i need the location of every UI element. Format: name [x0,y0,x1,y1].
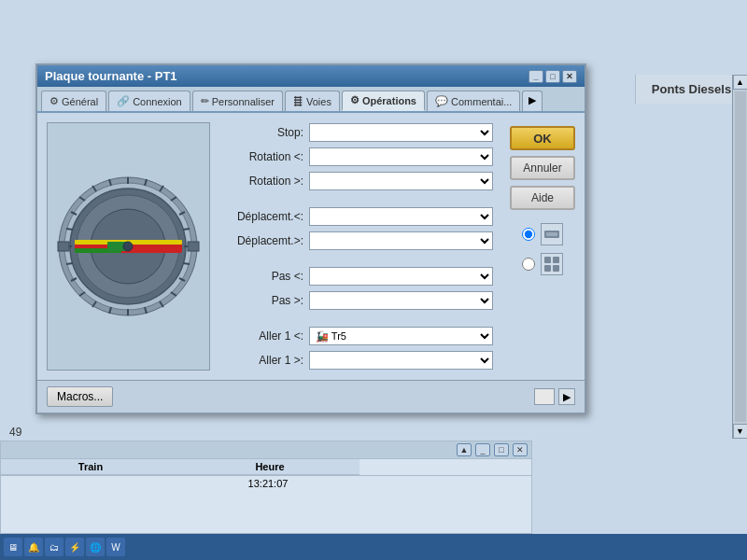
deplacement-left-row: Déplacemt.<: [219,206,493,227]
dialog-content: Stop: Rotation <: Rotation >: [37,113,585,380]
tab-operations[interactable]: ⚙ Opérations [342,91,425,111]
bottom-panel-min-btn[interactable]: _ [475,443,490,456]
radio-input-2[interactable] [522,258,535,271]
spacer-1 [219,195,493,203]
radio-row-1 [522,223,563,245]
aller1-right-row: Aller 1 >: [219,350,493,371]
help-button[interactable]: Aide [510,186,575,210]
svg-point-9 [123,242,133,251]
deplacement-right-label: Déplacemt.>: [219,234,303,247]
aller1-left-row: Aller 1 <: 🚂 Tr5 [219,326,493,346]
col-train: Train [1,459,180,475]
page-next-arrow[interactable]: ▶ [558,388,575,405]
pas-left-select[interactable] [309,267,493,286]
time-empty [1,476,179,491]
bottom-panel-header: ▲ _ □ ✕ [1,441,531,459]
spacer-3 [219,315,493,322]
tab-personnaliser[interactable]: ✏ Personnaliser [192,91,283,111]
rotation-right-row: Rotation >: [219,171,493,191]
pas-right-label: Pas >: [219,294,303,307]
dialog-bottom: Macros... ▶ [37,380,585,413]
tab-voies[interactable]: 🛤 Voies [285,91,340,111]
svg-line-15 [183,229,190,230]
deplacement-left-select[interactable] [309,207,493,226]
tab-more-btn[interactable]: ▶ [522,91,543,111]
status-icon-3: 🗂 [45,538,63,556]
pas-right-select[interactable] [309,291,493,310]
aller1-left-select[interactable]: 🚂 Tr5 [309,327,493,345]
radio-input-1[interactable] [522,228,535,241]
svg-rect-41 [553,265,559,272]
diagram-area [47,122,210,371]
col-heure: Heure [180,459,359,475]
pas-left-row: Pas <: [219,266,493,287]
status-icon-2: 🔔 [24,538,43,556]
status-icon-4: ⚡ [65,538,84,556]
radio-area [510,223,575,275]
svg-rect-37 [546,232,557,236]
radio-icon-2 [541,253,563,275]
status-icon-1: 🖥 [4,538,22,556]
tab-connexion[interactable]: 🔗 Connexion [108,91,190,111]
rotation-left-select[interactable] [309,147,493,166]
time-value: 13:21:07 [179,476,358,491]
right-panel-title: Ponts Diesels [640,78,743,100]
scroll-up-arrow[interactable]: ▲ [733,75,748,90]
bottom-panel-up-btn[interactable]: ▲ [457,443,472,456]
tab-bar: ⚙ Général 🔗 Connexion ✏ Personnaliser 🛤 … [37,87,585,113]
status-icon-5: 🌐 [86,538,105,556]
stop-label: Stop: [219,126,303,139]
stop-row: Stop: [219,122,493,143]
tab-general[interactable]: ⚙ Général [41,91,106,111]
rotation-left-label: Rotation <: [219,150,303,163]
svg-rect-35 [188,242,199,251]
form-area: Stop: Rotation <: Rotation >: [219,122,493,371]
minimize-btn[interactable]: _ [529,70,543,83]
right-panel: Ponts Diesels [635,75,747,104]
spacer-2 [219,255,493,262]
number-indicator: 49 [9,426,21,439]
deplacement-right-row: Déplacemt.>: [219,231,493,251]
restore-btn[interactable]: □ [545,70,560,83]
aller1-left-label: Aller 1 <: [219,329,303,343]
aller1-right-label: Aller 1 >: [219,354,303,367]
svg-rect-38 [544,257,551,263]
macros-button[interactable]: Macros... [47,386,113,407]
scroll-track [735,91,746,422]
right-scrollbar[interactable]: ▲ ▼ [732,75,747,439]
tab-comments[interactable]: 💬 Commentai... [427,91,520,111]
bottom-panel: ▲ _ □ ✕ Train Heure 13:21:07 [0,441,532,534]
close-btn[interactable]: ✕ [562,70,577,83]
rotation-right-select[interactable] [309,172,493,190]
deplacement-left-label: Déplacemt.<: [219,210,303,223]
dialog-title: Plaque tournante - PT1 [45,69,177,83]
tab-connexion-icon: 🔗 [117,95,130,107]
tab-general-icon: ⚙ [49,95,59,107]
svg-rect-34 [58,242,69,251]
aller1-right-select[interactable] [309,351,493,370]
pagination: ▶ [534,388,575,405]
turntable-diagram [56,175,201,319]
titlebar-buttons: _ □ ✕ [529,70,577,83]
bottom-panel-close-btn[interactable]: ✕ [513,443,528,456]
radio-icon-1 [541,223,563,245]
main-dialog: Plaque tournante - PT1 _ □ ✕ ⚙ Général 🔗… [35,63,586,414]
rotation-right-label: Rotation >: [219,175,303,188]
tab-personnaliser-icon: ✏ [201,95,209,107]
pas-right-row: Pas >: [219,290,493,311]
svg-line-29 [66,229,73,230]
svg-line-17 [183,263,190,264]
action-buttons-area: OK Annuler Aide [510,122,575,371]
bottom-panel-max-btn[interactable]: □ [494,443,509,456]
cancel-button[interactable]: Annuler [510,156,575,180]
scroll-down-arrow[interactable]: ▼ [733,424,748,439]
deplacement-right-select[interactable] [309,231,493,250]
ok-button[interactable]: OK [510,126,575,150]
pas-left-label: Pas <: [219,270,303,283]
rotation-left-row: Rotation <: [219,147,493,167]
tab-comments-icon: 💬 [435,95,448,107]
svg-rect-40 [544,265,551,272]
stop-select[interactable] [309,123,493,142]
svg-line-27 [66,263,73,264]
radio-row-2 [522,253,563,275]
